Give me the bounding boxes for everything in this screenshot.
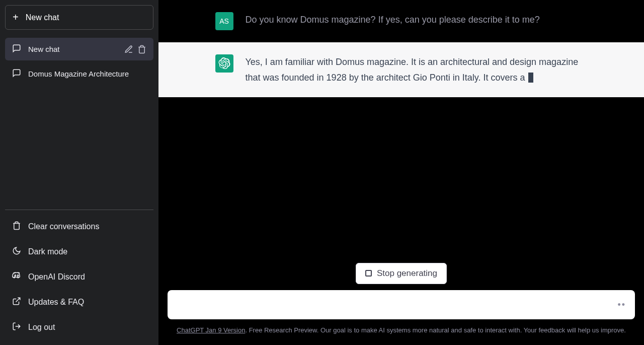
chat-item[interactable]: Domus Magazine Architecture [5, 62, 153, 85]
typing-cursor [528, 73, 533, 83]
user-avatar: AS [215, 12, 233, 30]
stop-generating-button[interactable]: Stop generating [356, 263, 447, 284]
chat-icon [12, 68, 21, 79]
assistant-message-text: Yes, I am familiar with Domus magazine. … [246, 54, 588, 85]
updates-faq-button[interactable]: Updates & FAQ [5, 290, 153, 315]
loading-indicator: •• [617, 299, 626, 310]
bottom-area: Stop generating •• ChatGPT Jan 9 Version… [158, 223, 644, 346]
user-message-text: Do you know Domus magazine? If yes, can … [246, 12, 588, 30]
discord-button[interactable]: OpenAI Discord [5, 264, 153, 290]
message-input[interactable] [177, 299, 610, 308]
plus-icon: + [13, 12, 19, 23]
trash-icon [12, 221, 21, 232]
chat-item-label: New chat [28, 45, 117, 53]
delete-icon[interactable] [137, 45, 146, 54]
ai-avatar [215, 54, 233, 73]
disclaimer: ChatGPT Jan 9 Version. Free Research Pre… [177, 325, 626, 335]
external-link-icon [12, 297, 21, 308]
sidebar: + New chat New chat Domus Magazine Archi… [0, 0, 158, 345]
sidebar-footer: Clear conversations Dark mode OpenAI Dis… [5, 214, 153, 340]
new-chat-button[interactable]: + New chat [5, 5, 153, 30]
footer-label: Log out [28, 323, 55, 332]
stop-label: Stop generating [377, 268, 437, 279]
new-chat-label: New chat [26, 13, 59, 22]
main-area: AS Do you know Domus magazine? If yes, c… [158, 0, 644, 345]
chat-item-actions [124, 45, 146, 54]
disclaimer-text: . Free Research Preview. Our goal is to … [245, 326, 626, 334]
moon-icon [12, 246, 21, 257]
clear-conversations-button[interactable]: Clear conversations [5, 214, 153, 239]
logout-button[interactable]: Log out [5, 315, 153, 340]
stop-icon [365, 270, 372, 277]
footer-label: Dark mode [28, 247, 67, 256]
chat-item-label: Domus Magazine Architecture [28, 70, 146, 78]
sidebar-divider [5, 210, 153, 210]
footer-label: Clear conversations [28, 222, 99, 231]
edit-icon[interactable] [124, 45, 133, 54]
footer-label: Updates & FAQ [28, 298, 84, 307]
assistant-message-row: Yes, I am familiar with Domus magazine. … [158, 42, 644, 97]
footer-label: OpenAI Discord [28, 272, 85, 282]
logout-icon [12, 322, 21, 333]
discord-icon [12, 271, 21, 283]
dark-mode-button[interactable]: Dark mode [5, 239, 153, 264]
message-input-container: •• [168, 290, 635, 319]
chat-item-active[interactable]: New chat [5, 38, 153, 60]
user-message-row: AS Do you know Domus magazine? If yes, c… [158, 0, 644, 42]
version-link[interactable]: ChatGPT Jan 9 Version [177, 326, 245, 334]
chat-icon [12, 44, 21, 54]
chat-list: New chat Domus Magazine Architecture [5, 38, 153, 205]
